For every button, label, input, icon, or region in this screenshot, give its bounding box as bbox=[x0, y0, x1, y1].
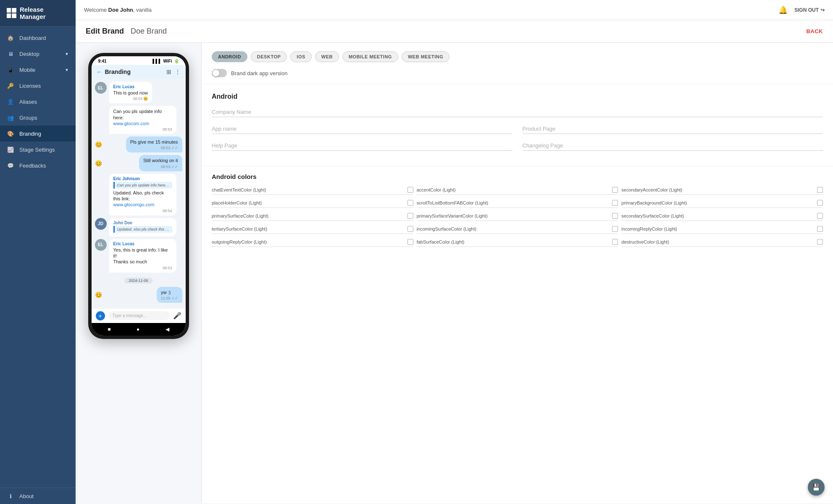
back-button[interactable]: BACK bbox=[806, 28, 823, 34]
phone-header-icons: ⊞ ⋮ bbox=[166, 68, 181, 75]
message-bubble: Eric Johnson Can you pls update info her… bbox=[109, 174, 176, 215]
tab-web-meeting[interactable]: WEB MEETING bbox=[402, 51, 449, 62]
wifi-icon: WiFi bbox=[163, 59, 172, 63]
mobile-icon: 📱 bbox=[7, 66, 14, 74]
color-field-placeHolderColor: placeHolderColor (Light) bbox=[212, 200, 413, 208]
microphone-icon[interactable]: 🎤 bbox=[173, 312, 181, 320]
message-7: EL Eric Lucas Yes, this is great info. I… bbox=[95, 239, 182, 273]
sign-out-button[interactable]: SIGN OUT ↪ bbox=[794, 7, 825, 13]
color-field-primarySurfaceColor: primarySurfaceColor (Light) bbox=[212, 213, 413, 221]
message-2: Can you pls update info here:www.glocom.… bbox=[95, 106, 182, 134]
msg-time: 08:53 bbox=[113, 266, 172, 270]
add-button[interactable]: + bbox=[96, 311, 105, 320]
sidebar-nav: 🏠 Dashboard 🖥 Desktop ▼ 📱 Mobile ▼ 🔑 Lic… bbox=[0, 26, 76, 488]
product-page-input[interactable] bbox=[523, 124, 823, 134]
message-input[interactable]: Type a message... bbox=[108, 311, 170, 320]
color-checkbox[interactable] bbox=[407, 239, 413, 245]
msg-sender: Eric Johnson bbox=[113, 176, 172, 181]
company-name-row bbox=[212, 107, 823, 117]
sidebar-item-desktop[interactable]: 🖥 Desktop ▼ bbox=[0, 46, 76, 62]
help-page-field bbox=[212, 141, 512, 151]
platform-tabs: ANDROID DESKTOP IOS WEB MOBILE MEETING W… bbox=[202, 43, 833, 62]
tab-android[interactable]: ANDROID bbox=[212, 51, 247, 62]
help-page-input[interactable] bbox=[212, 141, 512, 151]
msg-link[interactable]: www.glocom.com bbox=[113, 121, 150, 126]
tab-ios[interactable]: IOS bbox=[290, 51, 311, 62]
color-label: outgoingReplyColor (Light) bbox=[212, 239, 404, 244]
app-product-row bbox=[212, 124, 823, 134]
color-label: primarySurfaceColor (Light) bbox=[212, 213, 404, 218]
color-checkbox[interactable] bbox=[817, 200, 823, 206]
color-checkbox[interactable] bbox=[817, 226, 823, 232]
color-checkbox[interactable] bbox=[612, 213, 618, 219]
help-changelog-row bbox=[212, 141, 823, 151]
android-colors-section: Android colors chatEventTextColor (Light… bbox=[202, 166, 833, 259]
notification-bell-icon[interactable]: 🔔 bbox=[778, 5, 788, 15]
color-checkbox[interactable] bbox=[612, 200, 618, 206]
phone-chat-title: Branding bbox=[105, 68, 131, 75]
color-field-incomingSurfaceColor: incomingSurfaceColor (Light) bbox=[417, 226, 618, 234]
msg-reply-preview: Updated. Also pls check this link:... bbox=[113, 226, 172, 233]
color-row-2: placeHolderColor (Light) scrollToListBot… bbox=[212, 200, 823, 208]
sidebar-item-branding[interactable]: 🎨 Branding bbox=[0, 126, 76, 142]
color-checkbox[interactable] bbox=[407, 226, 413, 232]
sidebar-item-licenses[interactable]: 🔑 Licenses bbox=[0, 78, 76, 94]
color-label: fabSurfaceColor (Light) bbox=[417, 239, 609, 244]
phone-input-bar: + Type a message... 🎤 bbox=[92, 309, 186, 323]
msg-time: 11:55 ✓✓ bbox=[161, 296, 178, 300]
color-checkbox[interactable] bbox=[612, 226, 618, 232]
main-area: Welcome Doe John, vanilla 🔔 SIGN OUT ↪ E… bbox=[76, 0, 833, 504]
phone-back-arrow-icon: ← bbox=[97, 68, 102, 75]
date-divider: 2024-11-06 bbox=[95, 276, 182, 284]
tenant-name: , vanilla bbox=[133, 7, 152, 13]
sidebar-item-aliases[interactable]: 👤 Aliases bbox=[0, 94, 76, 110]
outgoing-message: 😊 Pls give me 15 minutes 08:53 ✓✓ bbox=[95, 136, 182, 152]
color-label: destructiveColor (Light) bbox=[621, 239, 814, 244]
color-label: incomingSurfaceColor (Light) bbox=[417, 226, 609, 231]
header-actions: 🔔 SIGN OUT ↪ bbox=[778, 5, 825, 15]
msg-link[interactable]: www.glocomgo.com bbox=[113, 202, 155, 207]
chart-icon: 📈 bbox=[7, 146, 14, 153]
color-checkbox[interactable] bbox=[817, 213, 823, 219]
color-checkbox[interactable] bbox=[817, 187, 823, 193]
emoji-icon: 😊 bbox=[95, 291, 102, 298]
app-name-input[interactable] bbox=[212, 124, 512, 134]
changelog-page-input[interactable] bbox=[523, 141, 823, 151]
sidebar-item-groups[interactable]: 👥 Groups bbox=[0, 110, 76, 126]
floating-save-button[interactable]: 💾 bbox=[808, 479, 825, 496]
sidebar-item-stage-settings[interactable]: 📈 Stage Settings bbox=[0, 142, 76, 158]
content-area: Edit Brand Doe Brand BACK 9:41 ▌▌▌ WiFi bbox=[76, 20, 833, 504]
sidebar-item-feedbacks[interactable]: 💬 Feedbacks bbox=[0, 158, 76, 173]
color-checkbox[interactable] bbox=[612, 239, 618, 245]
message-bubble: Still working on it 08:53 ✓✓ bbox=[139, 155, 182, 171]
color-checkbox[interactable] bbox=[817, 239, 823, 245]
tab-web[interactable]: WEB bbox=[315, 51, 339, 62]
company-name-input[interactable] bbox=[212, 107, 823, 117]
msg-time: 08:53 bbox=[113, 127, 172, 131]
brand-form-area: ANDROID DESKTOP IOS WEB MOBILE MEETING W… bbox=[202, 43, 833, 503]
color-checkbox[interactable] bbox=[612, 187, 618, 193]
color-row-1: chatEventTextColor (Light) accentColor (… bbox=[212, 187, 823, 195]
sidebar-item-dashboard[interactable]: 🏠 Dashboard bbox=[0, 30, 76, 46]
message-5: Eric Johnson Can you pls update info her… bbox=[95, 174, 182, 215]
color-label: incomingReplyColor (Light) bbox=[621, 226, 814, 231]
msg-text: yw :) bbox=[161, 289, 178, 295]
save-icon: 💾 bbox=[812, 483, 820, 491]
tab-mobile-meeting[interactable]: MOBILE MEETING bbox=[342, 51, 398, 62]
sidebar-item-label: Aliases bbox=[19, 99, 37, 105]
palette-icon: 🎨 bbox=[7, 130, 14, 137]
color-checkbox[interactable] bbox=[407, 187, 413, 193]
color-checkbox[interactable] bbox=[407, 213, 413, 219]
sidebar-item-mobile[interactable]: 📱 Mobile ▼ bbox=[0, 62, 76, 78]
date-chip: 2024-11-06 bbox=[124, 278, 152, 284]
color-field-secondarySurfaceColor: secondarySurfaceColor (Light) bbox=[621, 213, 823, 221]
message-bubble: Eric Lucas Yes, this is great info. I li… bbox=[109, 239, 176, 273]
sidebar-item-about[interactable]: ℹ About bbox=[0, 488, 76, 504]
dark-mode-toggle[interactable] bbox=[212, 69, 227, 77]
android-form-section: Android bbox=[202, 84, 833, 166]
color-checkbox[interactable] bbox=[407, 200, 413, 206]
message-bubble: Can you pls update info here:www.glocom.… bbox=[109, 106, 176, 134]
color-field-scrollToListBottomFABColor: scrollToListBottomFABColor (Light) bbox=[417, 200, 618, 208]
color-row-3: primarySurfaceColor (Light) primarySurfa… bbox=[212, 213, 823, 221]
tab-desktop[interactable]: DESKTOP bbox=[251, 51, 287, 62]
